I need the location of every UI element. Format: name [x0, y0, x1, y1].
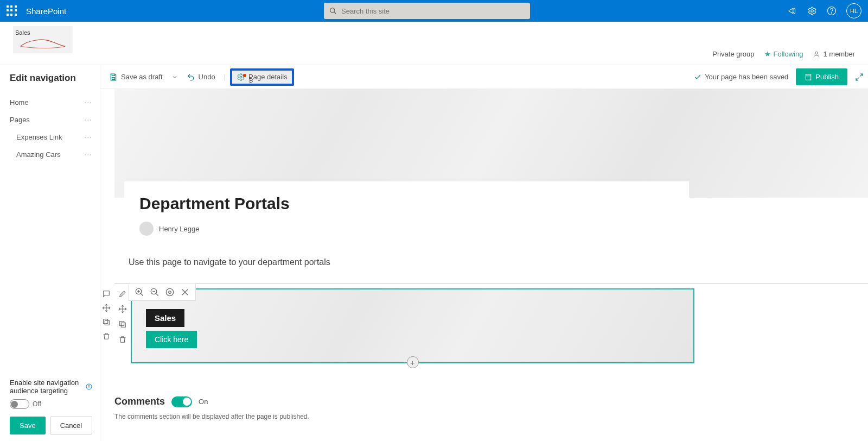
add-webpart-button[interactable]: + [407, 356, 419, 368]
app-launcher-icon[interactable] [7, 5, 17, 16]
delete-icon[interactable] [118, 335, 127, 344]
svg-rect-15 [105, 320, 109, 325]
chevron-down-icon[interactable] [171, 74, 178, 80]
undo-icon [187, 73, 195, 81]
user-avatar[interactable]: HL [846, 3, 861, 18]
svg-rect-11 [806, 74, 811, 80]
page-title[interactable]: Department Portals [139, 194, 674, 213]
info-icon[interactable] [86, 383, 92, 390]
delete-icon[interactable] [102, 332, 111, 341]
svg-point-2 [811, 10, 814, 12]
more-icon[interactable]: ··· [84, 98, 92, 106]
search-input[interactable] [341, 7, 525, 15]
nav-item-pages[interactable]: Pages··· [10, 111, 92, 128]
more-icon[interactable]: ··· [84, 115, 92, 124]
saved-message: Your page has been saved [694, 73, 788, 81]
page-details-button[interactable]: Page details [230, 68, 294, 86]
gear-icon[interactable] [807, 6, 817, 16]
notification-dot [243, 74, 246, 77]
hero-webpart[interactable]: Sales Click here + [131, 288, 694, 363]
svg-point-5 [815, 52, 818, 54]
zoom-in-icon[interactable] [135, 287, 144, 297]
expand-icon[interactable] [855, 73, 864, 81]
move-icon[interactable] [118, 305, 127, 313]
brand-label[interactable]: SharePoint [26, 7, 66, 16]
copy-icon[interactable] [102, 318, 111, 326]
svg-rect-9 [112, 77, 114, 79]
comments-header: Comments On [114, 396, 868, 407]
svg-rect-17 [121, 323, 125, 327]
more-icon[interactable]: ··· [84, 150, 92, 159]
check-icon [694, 73, 701, 81]
svg-line-24 [156, 293, 158, 296]
comment-icon[interactable] [102, 289, 111, 298]
section-controls [100, 289, 112, 341]
star-icon: ★ [764, 50, 771, 58]
svg-line-1 [334, 12, 336, 14]
title-card: Department Portals Henry Legge [124, 181, 689, 247]
svg-line-20 [141, 293, 143, 296]
person-icon [813, 51, 820, 58]
audience-targeting-label: Enable site navigation audience targetin… [10, 379, 92, 395]
webpart-label: Sales [146, 309, 184, 327]
page-canvas: Save as draft Undo | Page details Your p… [100, 65, 868, 441]
svg-point-8 [89, 385, 90, 386]
comments-toggle[interactable] [171, 396, 192, 407]
nav-item-home[interactable]: Home··· [10, 93, 92, 111]
nav-heading: Edit navigation [10, 73, 92, 84]
webpart-cta-button[interactable]: Click here [146, 331, 197, 348]
publish-icon [805, 73, 812, 81]
undo-button[interactable]: Undo [182, 70, 220, 85]
comments-toggle-state: On [199, 398, 208, 406]
cursor-icon [247, 76, 255, 85]
focal-icon[interactable] [165, 287, 175, 297]
svg-point-10 [240, 76, 242, 78]
nav-item-amazing-cars[interactable]: Amazing Cars··· [10, 146, 92, 163]
page-hero: Department Portals Henry Legge [114, 89, 868, 198]
webpart-toolbar [129, 284, 196, 301]
svg-line-13 [860, 74, 863, 77]
help-icon[interactable] [827, 6, 837, 16]
webpart-section: Sales Click here + [114, 284, 868, 363]
page-toolbar: Save as draft Undo | Page details Your p… [100, 65, 868, 89]
comments-note: The comments section will be displayed a… [114, 413, 868, 420]
megaphone-icon[interactable] [788, 6, 797, 16]
following-button[interactable]: ★ Following [764, 50, 803, 58]
site-logo[interactable]: Sales [13, 26, 73, 53]
zoom-out-icon[interactable] [150, 287, 159, 297]
nav-item-expenses[interactable]: Expenses Link··· [10, 128, 92, 146]
publish-button[interactable]: Publish [796, 68, 847, 85]
page-author[interactable]: Henry Legge [139, 222, 674, 236]
svg-rect-18 [120, 322, 124, 326]
site-name: Sales [15, 29, 30, 36]
toggle-state: Off [33, 400, 41, 408]
svg-point-4 [831, 12, 832, 13]
search-icon [329, 7, 337, 15]
svg-point-26 [166, 288, 174, 296]
avatar-icon [139, 222, 154, 236]
suite-bar: SharePoint HL [0, 0, 868, 22]
svg-rect-16 [104, 319, 108, 324]
nav-cancel-button[interactable]: Cancel [50, 417, 92, 434]
close-icon[interactable] [180, 287, 190, 297]
site-header: Sales Private group ★ Following 1 member [0, 22, 868, 65]
group-status: Private group [712, 50, 754, 58]
copy-icon[interactable] [118, 320, 127, 329]
move-icon[interactable] [102, 304, 111, 312]
edit-icon[interactable] [118, 289, 127, 298]
svg-point-0 [330, 8, 335, 12]
members-button[interactable]: 1 member [813, 50, 855, 58]
edit-navigation-panel: Edit navigation Home··· Pages··· Expense… [0, 65, 100, 441]
save-as-draft-button[interactable]: Save as draft [105, 70, 167, 85]
svg-point-27 [169, 291, 171, 294]
car-icon [18, 37, 67, 50]
save-icon [109, 73, 118, 81]
nav-save-button[interactable]: Save [10, 417, 46, 434]
svg-line-14 [856, 78, 859, 80]
page-description[interactable]: Use this page to navigate to your depart… [129, 257, 868, 267]
audience-targeting-toggle[interactable] [10, 399, 29, 409]
search-box[interactable] [324, 3, 530, 19]
webpart-controls [117, 289, 129, 344]
more-icon[interactable]: ··· [84, 133, 92, 141]
